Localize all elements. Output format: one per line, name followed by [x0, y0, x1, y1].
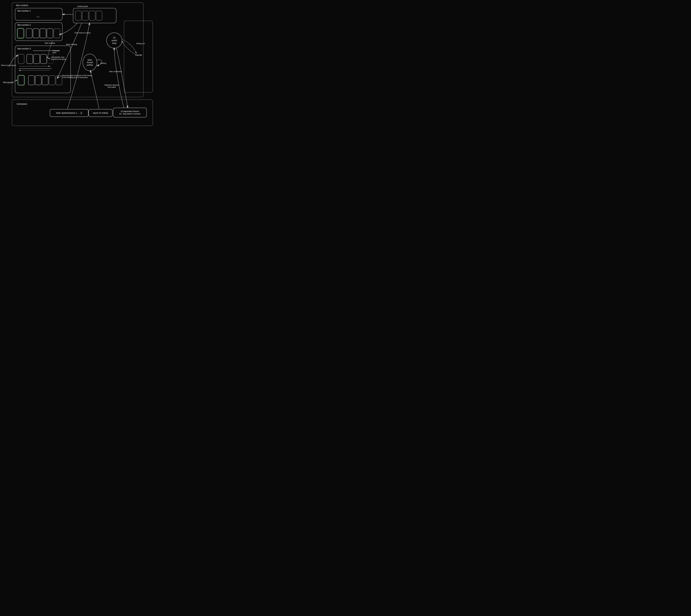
- queue-slot: [75, 11, 82, 20]
- task-slot: [54, 28, 60, 38]
- task: [35, 75, 41, 85]
- push-future-label: Push future to stack: [75, 32, 90, 34]
- global-queue-box: [73, 8, 117, 23]
- on-waker-label: ON WAKER: Gets pushed to hot queue: [51, 56, 66, 60]
- worker3-box: [15, 46, 71, 93]
- worker3-title: liten-worker-3: [17, 47, 31, 50]
- io-bound-label: IO-bound tasks: [53, 50, 59, 53]
- runtime-title: liten runtime: [16, 4, 28, 7]
- queue-slot: [82, 11, 88, 20]
- move-to-push-label: Move to push queue: [1, 64, 16, 66]
- hot-queue-label: Hot queue: [3, 81, 13, 84]
- parking-label: parking: [100, 62, 106, 64]
- task-stealing-label: Task stealing: [44, 42, 55, 44]
- io-event-loop: IO event loop: [106, 32, 122, 48]
- spawn-label: task::spawn(async { … }): [56, 112, 82, 114]
- task: [28, 75, 35, 85]
- task: [40, 54, 47, 64]
- task: [47, 28, 53, 38]
- worker2-tasks: [15, 22, 62, 40]
- cold-task: [18, 54, 24, 64]
- polling-os-label: Polling OS: [136, 43, 145, 45]
- work-stealing-label: Work stealing: [66, 43, 77, 45]
- task: [34, 54, 40, 64]
- task: [26, 28, 32, 38]
- main-fn-pill: async fn main(): [88, 109, 112, 117]
- kernel-label: Kernel: [135, 54, 142, 56]
- main-poll-label: Main thread polling: [87, 59, 93, 66]
- task-slot: [49, 75, 55, 85]
- queue-slot: [96, 11, 102, 20]
- main-fn-label: async fn main(): [93, 112, 108, 114]
- registers-label: Registers listeners and waker: [104, 84, 119, 88]
- task-slot: [56, 75, 62, 85]
- diagram-canvas: liten runtime Global queue liten-worker-…: [0, 0, 177, 129]
- userspace-title: Userspace: [17, 103, 27, 105]
- task: [40, 28, 46, 38]
- hot-task-active: [18, 75, 24, 85]
- io-futures-pill: IO-dependent futures Ex. TcpListener::co…: [113, 108, 147, 117]
- io-loop-label: IO event loop: [111, 37, 117, 44]
- kernel-box: [124, 21, 153, 92]
- new-connection-label: New connection: [109, 70, 122, 72]
- task-outline: [47, 54, 53, 64]
- io-futures-label: IO-dependent futures Ex. TcpListener::co…: [120, 110, 141, 115]
- spawn-pill: task::spawn(async { … }): [50, 109, 88, 117]
- removing-label: Removing task from stack of Poll::Ready,…: [62, 74, 92, 79]
- global-queue-label: Global queue: [77, 5, 88, 7]
- task: [26, 54, 33, 64]
- queue-slot: [89, 11, 96, 20]
- worker1-title: liten-worker-1: [17, 10, 31, 12]
- task: [42, 75, 48, 85]
- worker1-ellipsis: …: [37, 14, 40, 18]
- task-active: [17, 28, 24, 38]
- task: [33, 28, 39, 38]
- main-thread-polling: Main thread polling: [83, 54, 97, 71]
